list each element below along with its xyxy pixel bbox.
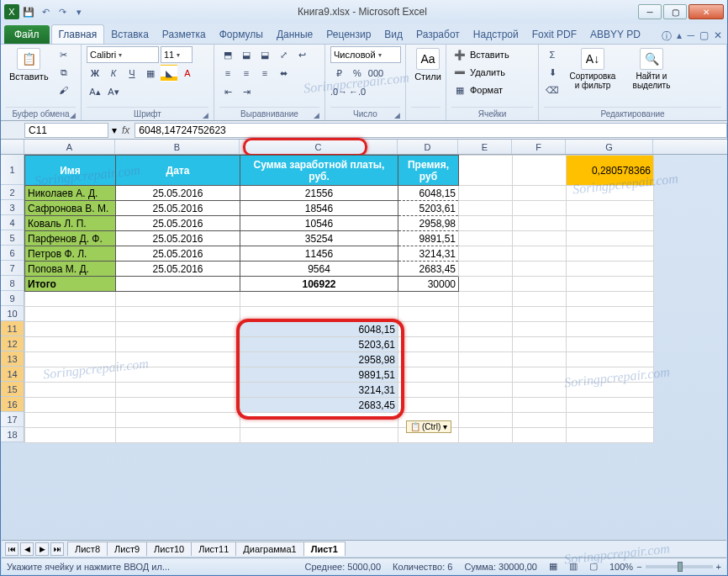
cell-E2[interactable] bbox=[459, 186, 513, 201]
underline-icon[interactable]: Ч bbox=[124, 65, 140, 82]
indent-inc-icon[interactable]: ⇥ bbox=[238, 83, 255, 100]
cell-B7[interactable]: 25.05.2016 bbox=[116, 262, 240, 277]
cells-delete-button[interactable]: ➖Удалить bbox=[451, 64, 505, 81]
cell-C6[interactable]: 11456 bbox=[240, 246, 398, 262]
col-B[interactable]: B bbox=[115, 140, 240, 154]
tab-home[interactable]: Главная bbox=[51, 24, 105, 44]
row-7[interactable]: 7 bbox=[1, 261, 24, 276]
redo-icon[interactable]: ↷ bbox=[55, 4, 70, 19]
col-D[interactable]: D bbox=[398, 140, 458, 154]
tab-data[interactable]: Данные bbox=[270, 25, 319, 44]
tab-view[interactable]: Вид bbox=[377, 25, 409, 44]
align-right-icon[interactable]: ≡ bbox=[256, 65, 273, 82]
cell-A6[interactable]: Петров Ф. Л. bbox=[25, 246, 116, 262]
cut-icon[interactable]: ✂ bbox=[55, 46, 72, 63]
sheet-tab[interactable]: Лист9 bbox=[107, 542, 147, 556]
cell-C5[interactable]: 35254 bbox=[240, 231, 398, 246]
row-8[interactable]: 8 bbox=[1, 276, 24, 291]
paste-smart-tag[interactable]: 📋(Ctrl) ▾ bbox=[406, 420, 451, 433]
cell-C15[interactable]: 3214,31 bbox=[240, 383, 398, 398]
sheet-tab[interactable]: Лист11 bbox=[191, 542, 236, 556]
tab-review[interactable]: Рецензир bbox=[319, 25, 377, 44]
merge-icon[interactable]: ⬌ bbox=[275, 65, 292, 82]
cell-C3[interactable]: 18546 bbox=[240, 201, 398, 216]
tab-abbyy[interactable]: ABBYY PD bbox=[583, 25, 647, 44]
cell-C13[interactable]: 2958,98 bbox=[240, 352, 398, 367]
find-select-button[interactable]: 🔍Найти и выделить bbox=[625, 46, 678, 92]
cell-G1[interactable]: 0,280578366 bbox=[567, 156, 654, 186]
dec-decimal-icon[interactable]: ←.0 bbox=[349, 83, 366, 100]
name-box[interactable]: C11 bbox=[24, 123, 108, 138]
cell-A4[interactable]: Коваль Л. П. bbox=[25, 216, 116, 231]
sort-filter-button[interactable]: A↓Сортировка и фильтр bbox=[564, 46, 621, 92]
cell-F2[interactable] bbox=[513, 186, 567, 201]
tab-addons[interactable]: Надстрой bbox=[467, 25, 525, 44]
tab-formulas[interactable]: Формулы bbox=[213, 25, 270, 44]
cell-A2[interactable]: Николаев А. Д. bbox=[25, 186, 116, 201]
row-10[interactable]: 10 bbox=[1, 306, 24, 321]
bold-icon[interactable]: Ж bbox=[87, 65, 103, 82]
cell-D3[interactable]: 5203,61 bbox=[398, 201, 459, 216]
cell-D6[interactable]: 3214,31 bbox=[398, 246, 459, 262]
col-C[interactable]: C bbox=[240, 140, 398, 154]
row-6[interactable]: 6 bbox=[1, 246, 24, 261]
maximize-button[interactable]: ▢ bbox=[663, 4, 687, 19]
formula-value[interactable]: 6048,14724752623 bbox=[135, 123, 727, 138]
cell-C8[interactable]: 106922 bbox=[240, 277, 398, 292]
cell-D5[interactable]: 9891,51 bbox=[398, 231, 459, 246]
qat-dropdown-icon[interactable]: ▾ bbox=[71, 4, 87, 19]
undo-icon[interactable]: ↶ bbox=[38, 4, 53, 19]
cells-format-button[interactable]: ▦Формат bbox=[451, 82, 503, 98]
row-3[interactable]: 3 bbox=[1, 200, 24, 215]
format-painter-icon[interactable]: 🖌 bbox=[55, 82, 72, 98]
file-tab[interactable]: Файл bbox=[4, 25, 50, 44]
view-pagebreak-icon[interactable]: ▢ bbox=[589, 561, 598, 572]
sheet-tab-active[interactable]: Лист1 bbox=[303, 542, 346, 556]
col-G[interactable]: G bbox=[566, 140, 653, 154]
cell-B8[interactable] bbox=[116, 277, 240, 292]
row-18[interactable]: 18 bbox=[1, 427, 24, 442]
cell-C11[interactable]: 6048,15 bbox=[240, 322, 398, 337]
cell-C16[interactable]: 2683,45 bbox=[240, 398, 398, 413]
cell-G2[interactable] bbox=[567, 186, 654, 201]
inc-decimal-icon[interactable]: .0→ bbox=[330, 83, 347, 100]
sheet-nav-first[interactable]: ⏮ bbox=[5, 542, 18, 556]
cell-C7[interactable]: 9564 bbox=[240, 262, 398, 277]
cell-A1[interactable]: Имя bbox=[25, 156, 116, 186]
cell-D1[interactable]: Премия, руб bbox=[398, 156, 459, 186]
tab-layout[interactable]: Разметка bbox=[156, 25, 213, 44]
select-all-corner[interactable] bbox=[1, 140, 24, 154]
border-icon[interactable]: ▦ bbox=[142, 65, 159, 82]
row-9[interactable]: 9 bbox=[1, 291, 24, 306]
currency-icon[interactable]: ₽ bbox=[330, 65, 347, 82]
indent-dec-icon[interactable]: ⇤ bbox=[219, 83, 236, 100]
fill-color-icon[interactable]: ◣ bbox=[161, 65, 177, 82]
cell-B5[interactable]: 25.05.2016 bbox=[116, 231, 240, 246]
tab-foxit[interactable]: Foxit PDF bbox=[525, 25, 583, 44]
cell-A7[interactable]: Попова М. Д. bbox=[25, 262, 116, 277]
sheet-tab[interactable]: Диаграмма1 bbox=[235, 542, 303, 556]
col-F[interactable]: F bbox=[512, 140, 566, 154]
cell-D4[interactable]: 2958,98 bbox=[398, 216, 459, 231]
sheet-nav-next[interactable]: ▶ bbox=[35, 542, 49, 556]
align-left-icon[interactable]: ≡ bbox=[219, 65, 236, 82]
autosum-icon[interactable]: Σ bbox=[544, 46, 561, 63]
align-bottom-icon[interactable]: ⬓ bbox=[256, 46, 273, 63]
cell-C12[interactable]: 5203,61 bbox=[240, 337, 398, 352]
sheet-tab[interactable]: Лист8 bbox=[67, 542, 108, 556]
save-icon[interactable]: 💾 bbox=[21, 4, 36, 19]
sheet-tab[interactable]: Лист10 bbox=[146, 542, 192, 556]
row-12[interactable]: 12 bbox=[1, 336, 24, 351]
cell-B2[interactable]: 25.05.2016 bbox=[116, 186, 240, 201]
number-format-combo[interactable]: Числовой▾ bbox=[330, 46, 401, 63]
cell-C2[interactable]: 21556 bbox=[240, 186, 398, 201]
view-layout-icon[interactable]: ▥ bbox=[569, 561, 578, 572]
cells-insert-button[interactable]: ➕Вставить bbox=[451, 46, 509, 63]
cell-B6[interactable]: 25.05.2016 bbox=[116, 246, 240, 262]
align-top-icon[interactable]: ⬒ bbox=[219, 46, 236, 63]
row-1[interactable]: 1 bbox=[1, 155, 24, 185]
align-center-icon[interactable]: ≡ bbox=[238, 65, 255, 82]
sheet-nav-prev[interactable]: ◀ bbox=[20, 542, 34, 556]
cell-D2[interactable]: 6048,15 bbox=[398, 186, 459, 201]
close-button[interactable]: ✕ bbox=[688, 4, 724, 19]
